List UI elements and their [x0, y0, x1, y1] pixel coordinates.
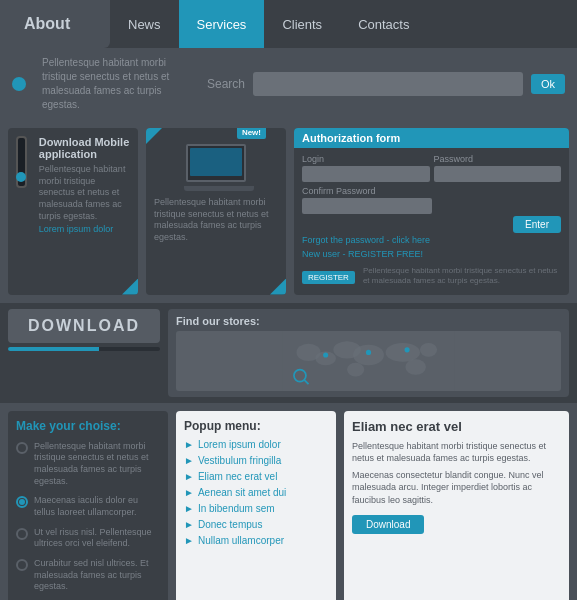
svg-point-11 [404, 347, 409, 352]
choice-item-3[interactable]: Ut vel risus nisl. Pellentesque ultrices… [16, 527, 160, 550]
svg-point-7 [347, 362, 364, 376]
find-stores-card: Find our stores: [168, 309, 569, 397]
popup-link-6[interactable]: Donec tempus [198, 519, 262, 530]
popup-item-3[interactable]: ► Eliam nec erat vel [184, 471, 328, 482]
choice-text-4: Curabitur sed nisl ultrices. Et malesuad… [34, 558, 160, 593]
nav-items: News Services Clients Contacts [110, 0, 577, 48]
popup-menu-section: Popup menu: ► Lorem ipsum dolor ► Vestib… [176, 411, 336, 600]
radio-btn-2[interactable] [16, 496, 28, 508]
password-input[interactable] [434, 166, 562, 182]
popup-link-2[interactable]: Vestibulum fringilla [198, 455, 281, 466]
make-choice-section: Make your choise: Pellentesque habitant … [8, 411, 168, 600]
card-corner-remote [270, 279, 286, 295]
eliam-download-button[interactable]: Download [352, 515, 424, 534]
radio-btn-4[interactable] [16, 559, 28, 571]
download-big-button[interactable]: DOWNLOAD [8, 309, 160, 343]
search-bar: Pellentesque habitant morbi tristique se… [0, 48, 577, 120]
main-nav: About News Services Clients Contacts [0, 0, 577, 48]
click-here-link[interactable]: click here [392, 235, 430, 245]
search-description: Pellentesque habitant morbi tristique se… [42, 56, 192, 112]
enter-button[interactable]: Enter [513, 216, 561, 233]
download-card-title: Download Mobile application [39, 136, 130, 160]
register-text: Pellentesque habitant morbi tristique se… [363, 266, 561, 287]
new-badge: New! [237, 128, 266, 139]
nav-item-clients[interactable]: Clients [264, 0, 340, 48]
radio-btn-1[interactable] [16, 442, 28, 454]
popup-item-6[interactable]: ► Donec tempus [184, 519, 328, 530]
login-input[interactable] [302, 166, 430, 182]
choice-text-1: Pellentesque habitant morbi tristique se… [34, 441, 160, 488]
laptop-screen [190, 148, 242, 176]
forgot-text: Forgot the password - [302, 235, 390, 245]
popup-item-2[interactable]: ► Vestibulum fringilla [184, 455, 328, 466]
search-ok-button[interactable]: Ok [531, 74, 565, 94]
choice-text-2: Maecenas iaculis dolor eu tellus laoreet… [34, 495, 160, 518]
popup-link-3[interactable]: Eliam nec erat vel [198, 471, 277, 482]
login-label: Login [302, 154, 430, 164]
eliam-section: Eliam nec erat vel Pellentesque habitant… [344, 411, 569, 600]
choice-text-3: Ut vel risus nisl. Pellentesque ultrices… [34, 527, 160, 550]
popup-item-4[interactable]: ► Aenean sit amet dui [184, 487, 328, 498]
password-field: Password [434, 154, 562, 182]
eliam-title: Eliam nec erat vel [352, 419, 561, 434]
register-button[interactable]: REGISTER [302, 271, 355, 284]
nav-item-contacts[interactable]: Contacts [340, 0, 427, 48]
popup-arrow-5: ► [184, 503, 194, 514]
make-choice-title: Make your choise: [16, 419, 160, 433]
choice-item-1[interactable]: Pellentesque habitant morbi tristique se… [16, 441, 160, 488]
popup-arrow-4: ► [184, 487, 194, 498]
popup-item-5[interactable]: ► In bibendum sem [184, 503, 328, 514]
popup-arrow-3: ► [184, 471, 194, 482]
svg-point-9 [323, 352, 328, 357]
progress-fill [8, 347, 99, 351]
progress-bar [8, 347, 160, 351]
nav-item-news[interactable]: News [110, 0, 179, 48]
auth-form-card: Authorization form Login Password Confir… [294, 128, 569, 295]
password-label: Password [434, 154, 562, 164]
download-mobile-card: Download Mobile application Pellentesque… [8, 128, 138, 295]
eliam-para2: Maecenas consectetur blandit congue. Nun… [352, 469, 561, 507]
popup-arrow-2: ► [184, 455, 194, 466]
choice-item-2[interactable]: Maecenas iaculis dolor eu tellus laoreet… [16, 495, 160, 518]
popup-link-7[interactable]: Nullam ullamcorper [198, 535, 284, 546]
search-icon-dot [12, 77, 26, 91]
radio-btn-3[interactable] [16, 528, 28, 540]
remote-access-card: New! Pellentesque habitant morbi tristiq… [146, 128, 286, 295]
popup-link-1[interactable]: Lorem ipsum dolor [198, 439, 281, 450]
download-card-link[interactable]: Lorem ipsum dolor [39, 224, 114, 234]
nav-logo[interactable]: About [0, 0, 110, 48]
find-stores-title: Find our stores: [176, 315, 561, 327]
svg-point-8 [405, 359, 426, 374]
laptop-icon [186, 144, 246, 182]
nav-item-services[interactable]: Services [179, 0, 265, 48]
login-field: Login [302, 154, 430, 182]
popup-arrow-7: ► [184, 535, 194, 546]
auth-fields-row: Login Password [302, 154, 561, 182]
popup-item-1[interactable]: ► Lorem ipsum dolor [184, 439, 328, 450]
new-user-text: New user - [302, 249, 346, 259]
popup-item-7[interactable]: ► Nullam ullamcorper [184, 535, 328, 546]
popup-arrow-6: ► [184, 519, 194, 530]
remote-card-desc: Pellentesque habitant morbi tristique se… [154, 197, 278, 244]
popup-menu-title: Popup menu: [184, 419, 328, 433]
choice-item-4[interactable]: Curabitur sed nisl ultrices. Et malesuad… [16, 558, 160, 593]
bottom-sections: Make your choise: Pellentesque habitant … [0, 403, 577, 600]
laptop-base [184, 186, 254, 191]
confirm-field: Confirm Password [302, 186, 561, 214]
card-corner-br [122, 279, 138, 295]
auth-form-title: Authorization form [294, 128, 569, 148]
card-corner-tl-remote [146, 128, 162, 144]
world-map [176, 331, 561, 391]
popup-link-5[interactable]: In bibendum sem [198, 503, 275, 514]
cards-row: Download Mobile application Pellentesque… [0, 120, 577, 303]
confirm-input[interactable] [302, 198, 432, 214]
download-bar: DOWNLOAD Find our stores: [0, 303, 577, 403]
eliam-para1: Pellentesque habitant morbi tristique se… [352, 440, 561, 465]
search-input[interactable] [253, 72, 523, 96]
svg-point-6 [420, 343, 437, 357]
register-free-link[interactable]: REGISTER FREE! [348, 249, 423, 259]
svg-point-5 [386, 343, 420, 362]
phone-icon [16, 136, 27, 188]
popup-link-4[interactable]: Aenean sit amet dui [198, 487, 286, 498]
download-card-desc: Pellentesque habitant morbi tristique se… [39, 164, 130, 222]
